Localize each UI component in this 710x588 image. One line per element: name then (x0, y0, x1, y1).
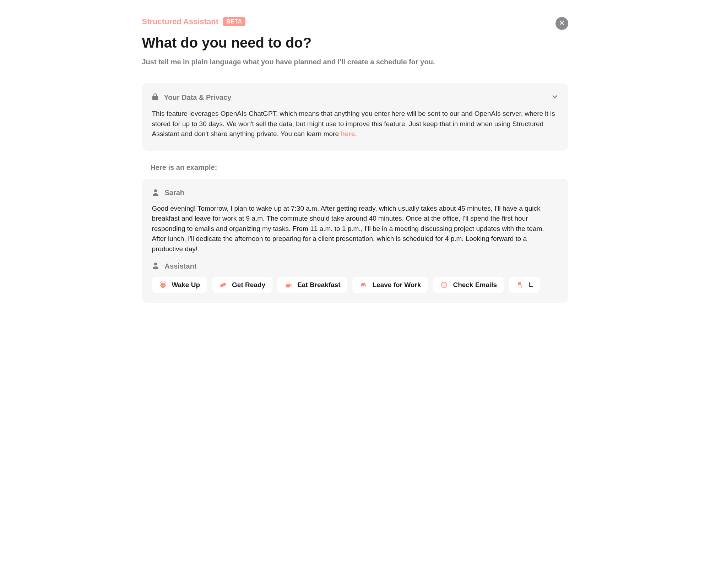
chip-lunch-partial[interactable]: L (509, 277, 540, 293)
svg-point-1 (154, 263, 157, 265)
svg-rect-3 (220, 282, 226, 287)
chip-check-emails[interactable]: Check Emails (433, 277, 504, 293)
brand-title: Structured Assistant (142, 17, 219, 26)
close-button[interactable] (555, 17, 568, 30)
svg-point-0 (154, 189, 157, 192)
chips-row: Wake Up Get Ready Eat Breakfast Leave fo… (152, 277, 558, 293)
person-icon (152, 262, 159, 270)
chip-eat-breakfast[interactable]: Eat Breakfast (277, 277, 347, 293)
chip-label: L (529, 281, 533, 289)
lock-icon (152, 93, 158, 102)
chip-label: Get Ready (232, 281, 265, 289)
privacy-learn-more-link[interactable]: here (341, 130, 355, 137)
svg-point-5 (364, 285, 365, 286)
chip-wake-up[interactable]: Wake Up (152, 277, 207, 293)
example-assistant-name: Assistant (165, 262, 197, 270)
privacy-toggle[interactable]: Your Data & Privacy (152, 93, 558, 102)
chip-label: Wake Up (172, 281, 200, 289)
privacy-card: Your Data & Privacy This feature leverag… (142, 83, 568, 151)
car-icon (359, 281, 367, 289)
example-user-name: Sarah (165, 189, 185, 197)
page-subtitle: Just tell me in plain language what you … (142, 58, 568, 66)
chip-get-ready[interactable]: Get Ready (212, 277, 272, 293)
example-user-row: Sarah (152, 189, 558, 197)
privacy-body: This feature leverages OpenAIs ChatGPT, … (152, 109, 558, 139)
example-card: Sarah Good evening! Tomorrow, I plan to … (142, 179, 568, 303)
privacy-title: Your Data & Privacy (164, 93, 232, 102)
svg-point-6 (443, 284, 445, 286)
beta-badge: BETA (223, 17, 245, 26)
coffee-icon (284, 281, 292, 289)
person-icon (152, 189, 159, 197)
page-title: What do you need to do? (142, 35, 568, 51)
chip-label: Check Emails (453, 281, 497, 289)
svg-point-4 (362, 285, 363, 286)
alarm-clock-icon (159, 281, 167, 289)
chip-label: Leave for Work (372, 281, 421, 289)
example-assistant-row: Assistant (152, 262, 558, 270)
chevron-down-icon (551, 93, 558, 102)
close-icon (559, 20, 565, 27)
privacy-body-after: . (355, 130, 357, 137)
ruler-icon (219, 281, 227, 289)
utensils-icon (516, 281, 524, 289)
chip-label: Eat Breakfast (297, 281, 340, 289)
at-sign-icon (440, 281, 448, 289)
example-user-message: Good evening! Tomorrow, I plan to wake u… (152, 204, 558, 254)
chip-leave-for-work[interactable]: Leave for Work (352, 277, 428, 293)
example-label: Here is an example: (151, 163, 568, 172)
